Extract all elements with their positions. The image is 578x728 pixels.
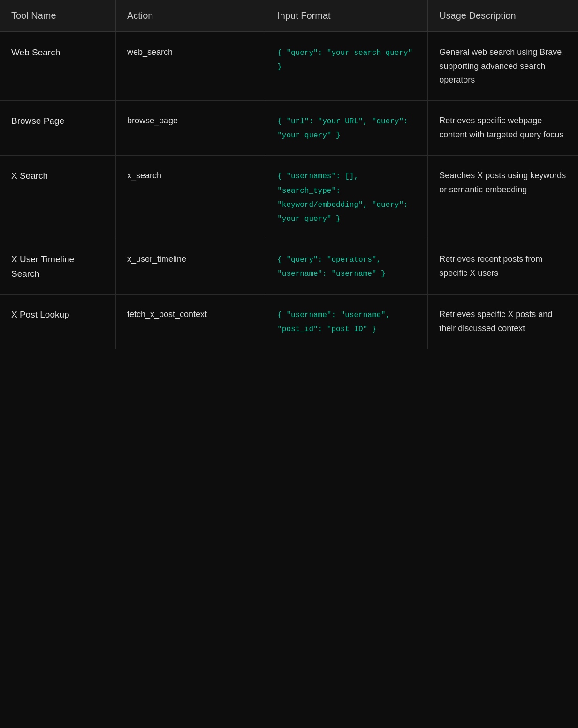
cell-usage-description: Retrieves specific X posts and their dis… [428, 294, 578, 349]
cell-action: browse_page [115, 101, 266, 156]
cell-tool-name: Browse Page [0, 101, 115, 156]
table-row: X Searchx_search{ "usernames": [], "sear… [0, 156, 578, 239]
cell-usage-description: Retrieves specific webpage content with … [428, 101, 578, 156]
input-format-code: { "query": "your search query" } [277, 49, 417, 71]
cell-tool-name: Web Search [0, 32, 115, 101]
table-row: Web Searchweb_search{ "query": "your sea… [0, 32, 578, 101]
cell-usage-description: General web search using Brave, supporti… [428, 32, 578, 101]
cell-action: fetch_x_post_context [115, 294, 266, 349]
header-input-format: Input Format [266, 0, 428, 32]
cell-tool-name: X Post Lookup [0, 294, 115, 349]
cell-input-format: { "username": "username", "post_id": "po… [266, 294, 428, 349]
table-row: Browse Pagebrowse_page{ "url": "your URL… [0, 101, 578, 156]
cell-action: x_search [115, 156, 266, 239]
header-tool-name: Tool Name [0, 0, 115, 32]
cell-tool-name: X Search [0, 156, 115, 239]
cell-input-format: { "usernames": [], "search_type": "keywo… [266, 156, 428, 239]
cell-action: web_search [115, 32, 266, 101]
header-usage-description: Usage Description [428, 0, 578, 32]
cell-usage-description: Retrieves recent posts from specific X u… [428, 239, 578, 295]
input-format-code: { "query": "operators", "username": "use… [277, 256, 385, 278]
input-format-code: { "username": "username", "post_id": "po… [277, 311, 395, 334]
cell-input-format: { "query": "operators", "username": "use… [266, 239, 428, 295]
cell-input-format: { "url": "your URL", "query": "your quer… [266, 101, 428, 156]
header-action: Action [115, 0, 266, 32]
input-format-code: { "usernames": [], "search_type": "keywo… [277, 172, 412, 223]
cell-action: x_user_timeline [115, 239, 266, 295]
cell-usage-description: Searches X posts using keywords or seman… [428, 156, 578, 239]
input-format-code: { "url": "your URL", "query": "your quer… [277, 117, 412, 140]
table-row: X Post Lookupfetch_x_post_context{ "user… [0, 294, 578, 349]
cell-input-format: { "query": "your search query" } [266, 32, 428, 101]
table-row: X User Timeline Searchx_user_timeline{ "… [0, 239, 578, 295]
table-header-row: Tool Name Action Input Format Usage Desc… [0, 0, 578, 32]
cell-tool-name: X User Timeline Search [0, 239, 115, 295]
tools-table: Tool Name Action Input Format Usage Desc… [0, 0, 578, 349]
